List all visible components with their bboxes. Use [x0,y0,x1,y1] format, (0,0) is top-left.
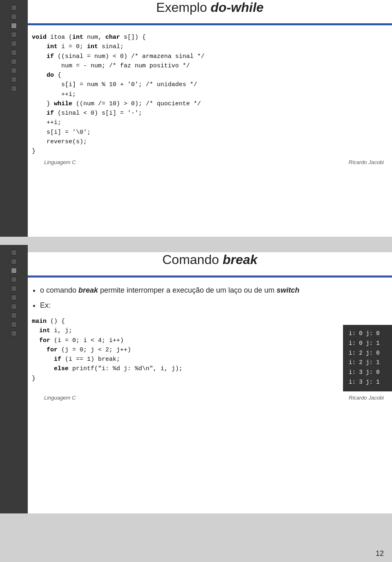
bullet2-text: Ex: [40,301,51,309]
bullet1-text-italic2: switch [276,286,299,294]
code-line: } [32,374,327,383]
code-line: if (i == 1) break; [32,355,327,364]
slide2-code: main () { int i, j; for (i = 0; i < 4; i… [28,317,331,383]
sidebar-dot [11,286,17,291]
output-line: i: 2 j: 1 [349,358,386,368]
sidebar-dot [11,41,17,47]
code-line: ++i; [32,118,388,127]
slide2-wrapper: Comando break o comando break permite in… [0,245,392,513]
code-line: ++i; [32,90,388,99]
slide2-sidebar [0,245,28,513]
code-line: s[i] = '\0'; [32,128,388,137]
bullet1-text-normal: o comando [40,286,78,294]
slide1-title: Exemplo do-while [28,0,392,15]
sidebar-dot [11,322,17,327]
slide1-code: void itoa (int num, char s[]) { int i = … [28,33,392,156]
bullet-item-2: Ex: [40,300,392,311]
slide2-title: Comando break [28,252,392,267]
sidebar-dot [11,68,17,73]
sidebar-dot [11,304,17,309]
output-line: i: 3 j: 1 [349,378,386,387]
code-line: void itoa (int num, char s[]) { [32,33,388,42]
slide1-blue-bar [28,23,392,25]
code-line: main () { [32,317,327,326]
slide-gap [0,237,392,245]
slide1-wrapper: Exemplo do-while void itoa (int num, cha… [0,0,392,237]
slide2-blue-bar [28,275,392,278]
slide1-footer: Linguagem C Ricardo Jacobi [28,156,392,169]
sidebar-dot [11,77,17,82]
output-line: i: 0 j: 0 [349,329,386,339]
code-line: int i, j; [32,326,327,335]
code-line: num = - num; /* faz num positivo */ [32,61,388,71]
slide2-title-normal: Comando [162,252,223,267]
slide2-code-left: main () { int i, j; for (i = 0; i < 4; i… [28,317,331,383]
output-line: i: 0 j: 1 [349,339,386,349]
code-line: } [32,147,388,156]
code-line: for (i = 0; i < 4; i++) [32,336,327,345]
slide2-output: i: 0 j: 0 i: 0 j: 1 i: 2 j: 0 i: 2 j: 1 … [343,325,392,391]
sidebar-dot [11,50,17,56]
bullet1-text-italic: break [78,286,98,294]
code-line: for (j = 0; j < 2; j++) [32,345,327,355]
sidebar-dot [11,295,17,300]
bottom-area: 12 [0,513,392,562]
sidebar-dot [11,86,17,91]
sidebar-dot [11,277,17,282]
slide2-code-section: main () { int i, j; for (i = 0; i < 4; i… [28,317,392,391]
sidebar-dot [11,259,17,264]
page-number: 12 [376,549,384,558]
sidebar-dot [11,5,17,11]
sidebar-dot [11,313,17,318]
sidebar-dot [11,23,17,29]
sidebar-dot [11,250,17,255]
sidebar-dot [11,59,17,64]
slide1-title-italic: do-while [211,0,264,15]
output-line: i: 2 j: 0 [349,349,386,358]
slide1-footer-right: Ricardo Jacobi [349,159,384,165]
slide2-footer-left: Linguagem C [44,395,76,401]
bullet1-text-rest: permite interromper a execução de um laç… [98,286,276,294]
code-line: do { [32,71,388,80]
code-line: s[i] = num % 10 + '0'; /* unidades */ [32,80,388,89]
slide2-footer: Linguagem C Ricardo Jacobi [28,391,392,404]
code-line: if ((sinal = num) < 0) /* armazena sinal… [32,52,388,61]
code-line: } while ((num /= 10) > 0); /* quociente … [32,99,388,109]
slide1-sidebar [0,0,28,237]
slide1-footer-left: Linguagem C [44,159,76,165]
code-line: else printf("i: %d j: %d\n", i, j); [32,364,327,373]
slide2-footer-right: Ricardo Jacobi [349,395,384,401]
sidebar-dot [11,14,17,20]
sidebar-dot [11,268,17,273]
page-container: Exemplo do-while void itoa (int num, cha… [0,0,392,562]
slide1-content: Exemplo do-while void itoa (int num, cha… [28,0,392,237]
slide2-bullets: o comando break permite interromper a ex… [28,285,392,311]
code-line: if (sinal < 0) s[i] = '-'; [32,109,388,118]
slide2-title-italic: break [223,252,257,267]
bullet-item-1: o comando break permite interromper a ex… [40,285,392,296]
sidebar-dot [11,32,17,38]
slide2-content: Comando break o comando break permite in… [28,252,392,513]
slide1-title-normal: Exemplo [156,0,210,15]
output-line: i: 3 j: 0 [349,368,386,378]
code-line: reverse(s); [32,137,388,147]
code-line: int i = 0; int sinal; [32,42,388,51]
sidebar-dot [11,331,17,336]
